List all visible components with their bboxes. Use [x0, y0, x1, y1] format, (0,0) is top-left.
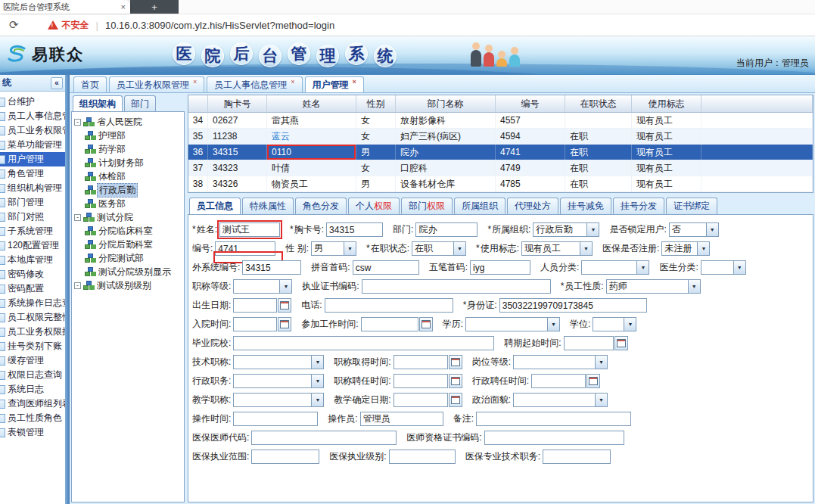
- date-input-jiaoxuequedingriqi[interactable]: [394, 393, 448, 407]
- tree-node[interactable]: 行政后勤: [72, 183, 184, 197]
- column-header[interactable]: 在职状态: [565, 95, 632, 112]
- refresh-icon[interactable]: ⟳: [9, 18, 19, 32]
- input-caozuoshijian[interactable]: [233, 412, 318, 426]
- select-jiaoxuezhicheng[interactable]: ▼: [233, 393, 324, 407]
- close-icon[interactable]: ×: [193, 78, 197, 86]
- detail-tab[interactable]: 部门权限: [401, 198, 453, 214]
- select-xueli[interactable]: ▼: [465, 317, 560, 331]
- close-icon[interactable]: ×: [291, 78, 294, 86]
- detail-tab[interactable]: 证书绑定: [666, 198, 717, 214]
- calendar-icon[interactable]: [449, 355, 462, 369]
- sidebar-item[interactable]: 员工人事信息管: [0, 109, 65, 123]
- page-tab[interactable]: 首页: [73, 76, 107, 92]
- security-warning-chip[interactable]: 不安全: [48, 19, 89, 32]
- input-dianhua[interactable]: [325, 298, 453, 313]
- tree-node[interactable]: -测试分院: [72, 210, 184, 224]
- detail-tab[interactable]: 挂号减免: [560, 198, 611, 214]
- date-input-chushengriqi[interactable]: [233, 298, 277, 313]
- sidebar-item[interactable]: 员工业务权限授: [0, 325, 65, 339]
- date-input-pinqiqishishijian[interactable]: [564, 336, 614, 350]
- table-row[interactable]: 3734323叶倩女口腔科4749在职现有员工: [188, 160, 813, 176]
- input-beizhu[interactable]: [476, 412, 631, 426]
- input-waixitongbianhao[interactable]: 34315: [242, 260, 301, 275]
- input-pinyinshouma[interactable]: csw: [353, 260, 419, 275]
- table-row[interactable]: 3834326物资员工男设备耗材仓库4785在职现有员工: [188, 176, 813, 192]
- select-renyuanfenlei[interactable]: ▼: [581, 260, 649, 275]
- calendar-icon[interactable]: [419, 317, 433, 331]
- select-suoshuzuzhi[interactable]: 行政后勤▼: [533, 222, 599, 237]
- page-tab[interactable]: 员工业务权限管理×: [109, 76, 204, 92]
- select-yishengfenlei[interactable]: ▼: [701, 260, 746, 275]
- new-tab-button[interactable]: +: [146, 2, 163, 13]
- select-shiyongbiaozhi[interactable]: 现有员工▼: [521, 241, 593, 256]
- select-zhichengdengji[interactable]: ▼: [233, 279, 292, 294]
- select-shifousuoding[interactable]: 否▼: [669, 222, 719, 237]
- input-yibaoyishidaima[interactable]: [251, 431, 397, 445]
- page-tab[interactable]: 用户管理×: [305, 76, 364, 92]
- input-xiongkahao[interactable]: 34315: [326, 222, 383, 237]
- sidebar-item[interactable]: 部门对照: [0, 210, 65, 224]
- select-yibaoshifouzhuce[interactable]: 未注册▼: [661, 241, 710, 256]
- column-header[interactable]: 性别: [356, 95, 396, 112]
- sidebar-item[interactable]: 子系统管理: [0, 224, 65, 238]
- detail-tab[interactable]: 挂号分发: [613, 198, 664, 214]
- tree-node[interactable]: 测试分院级别显示: [72, 265, 184, 278]
- tree-tab[interactable]: 部门: [124, 95, 156, 111]
- tree-node[interactable]: -省人民医院: [72, 115, 184, 129]
- column-header[interactable]: 胸卡号: [208, 95, 267, 112]
- tree-node[interactable]: 分院后勤科室: [72, 238, 184, 251]
- select-xingzhengzhiwu[interactable]: ▼: [233, 374, 324, 388]
- column-header[interactable]: [188, 95, 208, 112]
- sidebar-item[interactable]: 密码修改: [0, 267, 65, 282]
- column-header[interactable]: 使用标志: [632, 95, 701, 112]
- sidebar-item[interactable]: 权限日志查询: [0, 368, 65, 382]
- page-tab[interactable]: 员工人事信息管理×: [207, 76, 302, 92]
- column-header[interactable]: 姓名: [267, 95, 356, 112]
- collapse-sidebar-button[interactable]: «: [51, 77, 63, 89]
- input-bumen[interactable]: 院办: [415, 222, 477, 237]
- input-yibaozhuanyejishuzhiwu[interactable]: [543, 450, 611, 464]
- select-gangweidengji[interactable]: ▼: [513, 355, 608, 369]
- input-biyeyuanxiao[interactable]: [233, 336, 494, 350]
- expander-icon[interactable]: -: [74, 119, 81, 126]
- detail-tab[interactable]: 角色分发: [295, 198, 347, 214]
- column-header[interactable]: 部门名称: [396, 95, 496, 112]
- input-caozuoyuan[interactable]: 管理员: [360, 412, 443, 426]
- select-yuangongxingzhi[interactable]: 药师▼: [606, 279, 701, 294]
- tree-node[interactable]: -测试级别级别: [72, 278, 184, 292]
- input-zhiyezhengshubianma[interactable]: [362, 279, 551, 294]
- calendar-icon[interactable]: [449, 374, 462, 388]
- sidebar-item[interactable]: 员工权限完整性: [0, 310, 65, 325]
- sidebar-item[interactable]: 员工性质角色: [0, 411, 65, 425]
- calendar-icon[interactable]: [278, 298, 291, 313]
- detail-tab[interactable]: 代理处方: [507, 198, 558, 214]
- expander-icon[interactable]: -: [74, 214, 81, 221]
- select-zaizhizhuangtai[interactable]: 在职▼: [412, 241, 466, 256]
- detail-tab[interactable]: 所属组织: [454, 198, 505, 214]
- input-shenfenzheng[interactable]: 350322199709173845: [499, 298, 647, 313]
- input-yibaozhiyejibie[interactable]: [389, 450, 456, 464]
- select-jishuzhicheng[interactable]: ▼: [233, 355, 324, 369]
- tree-node[interactable]: 药学部: [72, 142, 184, 156]
- input-yibaozhiyefanwei[interactable]: [251, 450, 319, 464]
- tree-node[interactable]: 体检部: [72, 170, 184, 183]
- url-text[interactable]: 10.16.0.3:8090/com.ylz.his/HisServlet?me…: [105, 20, 334, 31]
- detail-tab[interactable]: 个人权限: [348, 198, 400, 214]
- date-input-zhichengqudeshijian[interactable]: [394, 355, 448, 369]
- sidebar-item[interactable]: 员工业务权限管: [0, 123, 65, 138]
- sidebar-item[interactable]: 表锁管理: [0, 425, 65, 440]
- select-xuewei[interactable]: ▼: [593, 317, 636, 331]
- select-xingbie[interactable]: 男▼: [311, 241, 356, 256]
- tree-node[interactable]: 分院测试部: [72, 251, 184, 265]
- calendar-icon[interactable]: [586, 374, 600, 388]
- tree-node[interactable]: 分院临床科室: [72, 224, 184, 238]
- table-row[interactable]: 3402627雷其燕女放射影像科4557现有员工: [188, 113, 813, 129]
- input-bianhao[interactable]: 4741: [215, 241, 275, 256]
- sidebar-item[interactable]: 角色管理: [0, 166, 65, 181]
- sidebar-item[interactable]: 台维护: [0, 95, 65, 109]
- detail-tab[interactable]: 员工信息: [189, 198, 241, 214]
- tree-tab[interactable]: 组织架构: [73, 95, 123, 111]
- detail-tab[interactable]: 特殊属性: [242, 198, 294, 214]
- sidebar-item[interactable]: 组织机构管理: [0, 181, 65, 195]
- date-input-canjiagongzuoshijian[interactable]: [361, 317, 418, 331]
